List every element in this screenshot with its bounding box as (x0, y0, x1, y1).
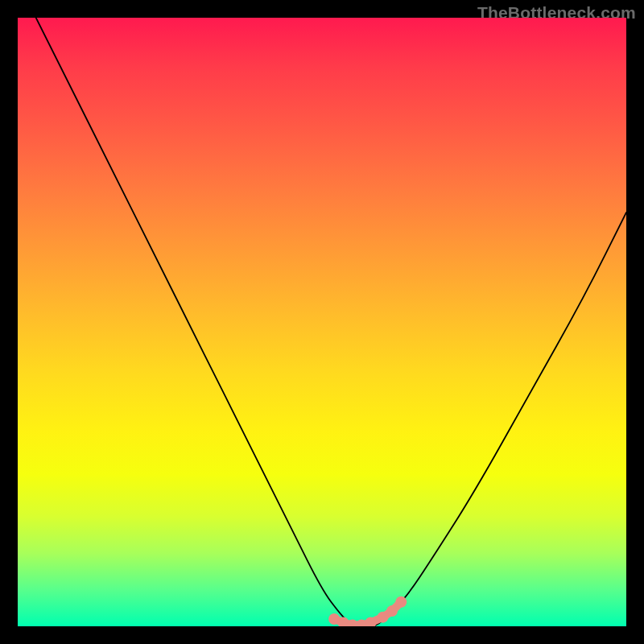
highlight-marker-dots (328, 597, 407, 626)
chart-frame: TheBottleneck.com (0, 0, 644, 644)
marker-dot (386, 605, 398, 617)
plot-area (18, 18, 626, 626)
chart-svg (18, 18, 626, 626)
bottleneck-curve (36, 18, 626, 626)
marker-dot (395, 597, 407, 608)
